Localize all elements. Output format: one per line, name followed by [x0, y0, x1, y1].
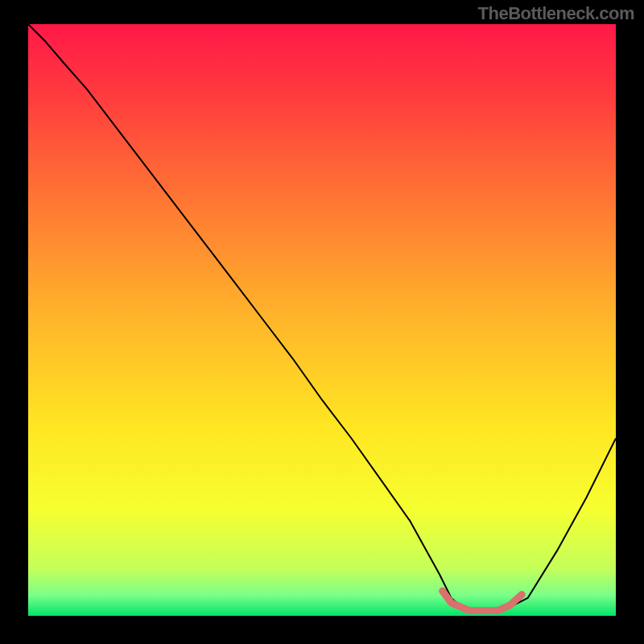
gradient-background: [28, 24, 616, 616]
chart-container: TheBottleneck.com: [0, 0, 644, 644]
chart-svg: [28, 24, 616, 616]
watermark-text: TheBottleneck.com: [478, 3, 634, 24]
plot-area: [28, 24, 616, 616]
